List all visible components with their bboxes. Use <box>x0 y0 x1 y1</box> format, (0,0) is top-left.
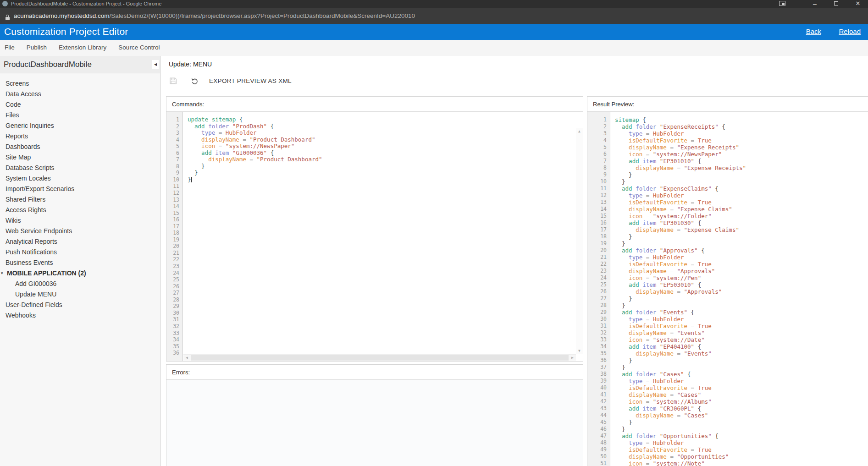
menu-item-file[interactable]: File <box>0 40 21 55</box>
sidebar-item-wikis[interactable]: Wikis <box>0 215 160 226</box>
sidebar-item-screens[interactable]: Screens <box>0 78 160 89</box>
scroll-up-arrow[interactable]: ▲ <box>576 128 583 135</box>
commands-panel: Commands: 123456789101112131415161718192… <box>166 96 583 362</box>
code-line: } <box>615 426 868 433</box>
sidebar-item-database-scripts[interactable]: Database Scripts <box>0 163 160 173</box>
commands-code[interactable]: update sitemap { add folder "ProdDash" {… <box>183 112 583 361</box>
browser-urlbar[interactable]: acumaticademo.myhosteddsd.com/SalesDemo2… <box>0 8 868 24</box>
url-text[interactable]: acumaticademo.myhosteddsd.com/SalesDemo2… <box>14 8 415 24</box>
line-number: 11 <box>587 185 607 192</box>
sidebar-item-import-export-scenarios[interactable]: Import/Export Scenarios <box>0 184 160 194</box>
sidebar-item-access-rights[interactable]: Access Rights <box>0 205 160 215</box>
code-line: type = HubFolder <box>615 192 868 199</box>
expand-arrow-icon[interactable]: ▾ <box>1 268 3 279</box>
reload-link[interactable]: Reload <box>839 27 861 35</box>
line-number: 16 <box>587 219 607 226</box>
sidebar-item-system-locales[interactable]: System Locales <box>0 173 160 184</box>
code-token: HubFolder <box>653 316 684 323</box>
scroll-left-arrow[interactable]: ◀ <box>183 354 190 361</box>
tab-preview-icon[interactable] <box>779 1 785 6</box>
code-token: { <box>239 116 243 123</box>
code-token: displayName <box>629 268 667 274</box>
code-line: add item "EP301010" { <box>615 158 868 164</box>
code-token: } <box>629 295 632 302</box>
code-line: sitemap { <box>615 116 868 123</box>
errors-body <box>166 380 583 466</box>
code-token: folder <box>636 433 656 439</box>
code-token <box>615 323 629 329</box>
sidebar-item-reports[interactable]: Reports <box>0 131 160 142</box>
sidebar-collapse-button[interactable]: ◀ <box>152 60 159 69</box>
code-line: } <box>615 364 868 371</box>
code-line: type = HubFolder <box>615 378 868 384</box>
code-token <box>615 247 622 254</box>
back-link[interactable]: Back <box>806 27 821 35</box>
sidebar-item-add-gi000036[interactable]: Add GI000036 <box>0 279 160 289</box>
code-token: displayName <box>636 288 674 295</box>
line-number: 42 <box>587 398 607 405</box>
line-number: 15 <box>587 213 607 219</box>
menu-item-publish[interactable]: Publish <box>21 40 53 55</box>
code-token: item <box>642 343 656 350</box>
commands-vertical-scrollbar[interactable]: ▲ ▼ <box>576 128 583 354</box>
code-line: } <box>615 357 868 364</box>
result-code[interactable]: sitemap { add folder "ExpenseReceipts" {… <box>610 112 868 466</box>
export-preview-as-xml-button[interactable]: EXPORT PREVIEW AS XML <box>209 77 292 84</box>
sidebar-item-web-service-endpoints[interactable]: Web Service Endpoints <box>0 226 160 236</box>
code-token: { <box>715 433 719 439</box>
code-token <box>615 419 629 426</box>
commands-editor[interactable]: 1234567891011121314151617181920212223242… <box>166 112 583 361</box>
line-number: 49 <box>587 446 607 453</box>
code-token: displayName <box>201 136 239 143</box>
code-token: { <box>271 123 274 130</box>
code-token: } <box>194 169 198 176</box>
line-number: 46 <box>587 426 607 433</box>
code-token: = <box>642 254 653 261</box>
sidebar-item-data-access[interactable]: Data Access <box>0 89 160 99</box>
scrollbar-thumb[interactable] <box>191 355 569 361</box>
line-number: 30 <box>166 310 179 317</box>
minimize-button[interactable]: – <box>808 0 822 8</box>
sidebar-item-push-notifications[interactable]: Push Notifications <box>0 247 160 258</box>
sidebar-item-list: ScreensData AccessCodeFilesGeneric Inqui… <box>0 73 160 321</box>
code-token: add <box>194 123 205 130</box>
code-token <box>615 405 629 412</box>
sidebar-item-webhooks[interactable]: Webhooks <box>0 310 160 321</box>
scroll-down-arrow[interactable]: ▼ <box>576 347 583 354</box>
code-token: = <box>642 213 653 219</box>
code-line: isDefaultFavorite = True <box>615 261 868 268</box>
result-preview-editor[interactable]: 1234567891011121314151617181920212223242… <box>587 112 868 466</box>
sidebar-item-mobile-application-2[interactable]: ▾MOBILE APPLICATION (2) <box>0 268 160 279</box>
sidebar-item-user-defined-fields[interactable]: User-Defined Fields <box>0 300 160 310</box>
undo-icon[interactable] <box>190 77 199 85</box>
code-token <box>615 391 629 398</box>
code-line: add folder "Events" { <box>615 309 868 316</box>
close-button[interactable]: ✕ <box>851 0 865 8</box>
sidebar-item-analytical-reports[interactable]: Analytical Reports <box>0 236 160 247</box>
line-number: 34 <box>587 343 607 350</box>
code-line: displayName = "Opportunities" <box>615 453 868 460</box>
code-line: add item "GI000036" { <box>188 150 583 157</box>
code-token: item <box>642 405 656 412</box>
line-number: 27 <box>166 290 179 296</box>
line-number: 36 <box>587 357 607 364</box>
sidebar-item-business-events[interactable]: Business Events <box>0 258 160 268</box>
menu-item-extension-library[interactable]: Extension Library <box>53 40 112 55</box>
code-token <box>615 364 622 371</box>
sidebar-item-update-menu[interactable]: Update MENU <box>0 289 160 300</box>
code-token: = <box>667 329 677 336</box>
sidebar-item-files[interactable]: Files <box>0 110 160 121</box>
code-token <box>188 136 201 143</box>
maximize-button[interactable] <box>829 0 843 8</box>
save-icon[interactable] <box>169 77 177 85</box>
sidebar-item-generic-inquiries[interactable]: Generic Inquiries <box>0 121 160 131</box>
scroll-right-arrow[interactable]: ▶ <box>569 354 576 361</box>
sidebar-item-site-map[interactable]: Site Map <box>0 152 160 163</box>
line-number: 20 <box>587 247 607 254</box>
code-token <box>656 247 660 254</box>
sidebar-item-dashboards[interactable]: Dashboards <box>0 142 160 152</box>
menu-item-source-control[interactable]: Source Control <box>112 40 166 55</box>
commands-horizontal-scrollbar[interactable]: ◀ ▶ <box>183 354 576 361</box>
sidebar-item-code[interactable]: Code <box>0 99 160 110</box>
sidebar-item-shared-filters[interactable]: Shared Filters <box>0 194 160 205</box>
